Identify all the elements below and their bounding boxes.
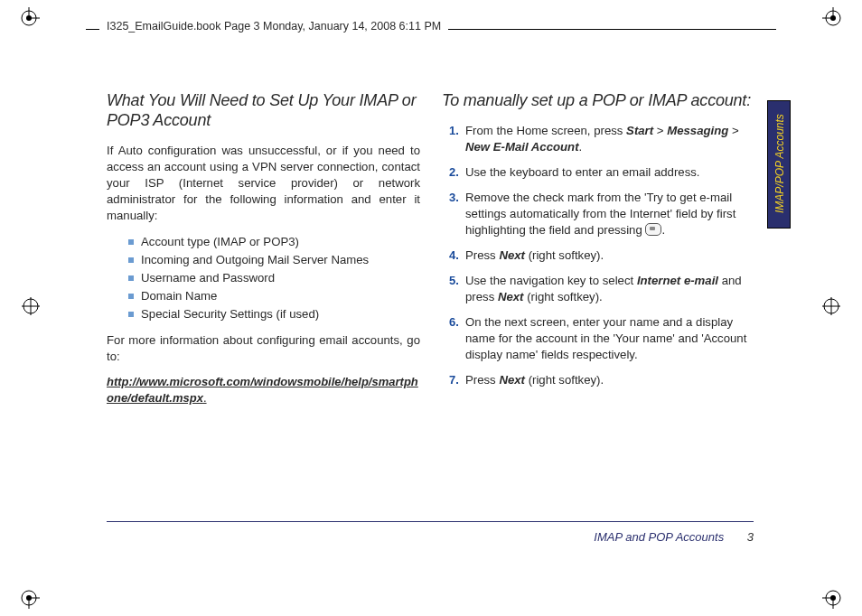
step-7: Press Next (right softkey). [449, 372, 755, 388]
softkey-next: Next [498, 290, 524, 303]
crop-mark-tl [18, 7, 40, 29]
list-item: Account type (IMAP or POP3) [128, 233, 420, 251]
page-content: What You Will Need to Set Up Your IMAP o… [107, 90, 755, 539]
list-item: Domain Name [128, 287, 420, 305]
step-3: Remove the check mark from the 'Try to g… [449, 190, 755, 238]
list-item: Username and Password [128, 269, 420, 287]
list-item: Special Security Settings (if used) [128, 305, 420, 323]
svg-point-11 [26, 595, 32, 601]
help-link[interactable]: http://www.microsoft.com/windowsmobile/h… [107, 374, 420, 406]
help-link-text: http://www.microsoft.com/windowsmobile/h… [107, 375, 418, 405]
steps-list: From the Home screen, press Start > Mess… [449, 123, 755, 388]
menu-start: Start [626, 124, 653, 137]
step-5: Use the navigation key to select Interne… [449, 273, 755, 305]
crop-mark-tr [822, 7, 844, 29]
registration-mark-left [22, 297, 40, 319]
book-header-stamp: I325_EmailGuide.book Page 3 Monday, Janu… [99, 20, 448, 33]
softkey-next: Next [499, 248, 525, 262]
right-column: To manually set up a POP or IMAP account… [442, 90, 755, 539]
left-intro: If Auto configuration was unsuccessful, … [107, 143, 420, 224]
page-number: 3 [747, 530, 754, 544]
step-2: Use the keyboard to enter an email addre… [449, 164, 755, 181]
requirements-list: Account type (IMAP or POP3) Incoming and… [128, 233, 420, 323]
crop-mark-br [822, 587, 844, 609]
ok-button-icon [645, 223, 661, 236]
footer-rule [107, 521, 754, 522]
link-period: . [203, 391, 207, 405]
registration-mark-right [822, 297, 840, 319]
crop-mark-bl [18, 587, 40, 609]
svg-point-7 [830, 15, 836, 21]
left-column: What You Will Need to Set Up Your IMAP o… [107, 90, 420, 539]
section-tab-label: IMAP/POP Accounts [773, 107, 787, 219]
left-heading: What You Will Need to Set Up Your IMAP o… [107, 90, 420, 130]
list-item: Incoming and Outgoing Mail Server Names [128, 251, 420, 269]
svg-point-3 [26, 15, 32, 21]
step-4: Press Next (right softkey). [449, 247, 755, 264]
right-heading: To manually set up a POP or IMAP account… [442, 90, 755, 110]
menu-messaging: Messaging [667, 124, 728, 137]
footer-title: IMAP and POP Accounts [594, 530, 724, 544]
softkey-next: Next [499, 373, 525, 387]
svg-point-15 [830, 595, 836, 601]
menu-new-email: New E-Mail Account [465, 140, 579, 154]
option-internet-email: Internet e-mail [637, 274, 718, 287]
step-1: From the Home screen, press Start > Mess… [449, 123, 755, 155]
more-info-text: For more information about configuring e… [107, 332, 420, 365]
step-6: On the next screen, enter your name and … [449, 314, 755, 363]
